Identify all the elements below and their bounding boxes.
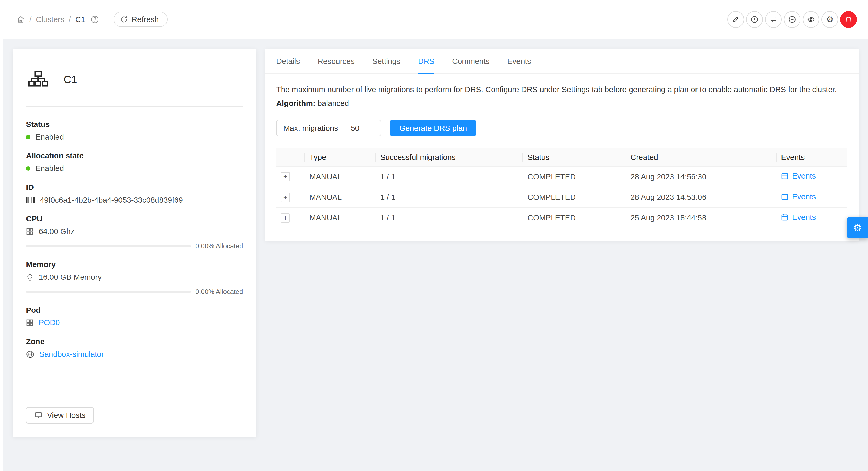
max-migrations-group: Max. migrations — [276, 120, 381, 136]
floating-settings-button[interactable]: ⚙ — [847, 217, 868, 238]
drs-controls: Max. migrations Generate DRS plan — [276, 120, 847, 136]
zone-section: Zone Sandbox-simulator — [26, 337, 243, 359]
drs-algorithm-line: Algorithm: balanced — [276, 99, 847, 108]
pod-label: Pod — [26, 306, 243, 314]
memory-label: Memory — [26, 260, 243, 269]
app-root: / Clusters / C1 Refresh — [0, 0, 868, 471]
calendar-icon — [781, 213, 789, 221]
memory-section: Memory 16.00 GB Memory 0.00% Allocated — [26, 260, 243, 296]
gear-glyph: ⚙ — [853, 223, 862, 233]
max-migrations-input[interactable] — [345, 121, 381, 136]
delete-trash-icon[interactable] — [840, 11, 857, 28]
divider — [26, 106, 243, 107]
allocation-value: Enabled — [35, 164, 64, 173]
divider — [26, 380, 243, 380]
desktop-icon — [34, 411, 42, 419]
row-events-link[interactable]: Events — [781, 213, 816, 222]
refresh-label: Refresh — [132, 15, 159, 24]
rack-outage-icon[interactable] — [765, 11, 782, 28]
events-column-header: Events — [777, 148, 847, 166]
id-section: ID 49f0c6a1-4b2b-4ba4-9053-33c08d839f69 — [26, 183, 243, 204]
tab-details[interactable]: Details — [276, 48, 300, 74]
cpu-progress-bar — [26, 245, 191, 247]
row-events-link[interactable]: Events — [781, 171, 816, 180]
refresh-button[interactable]: Refresh — [114, 12, 168, 27]
resource-info-card: C1 Status Enabled Allocation state Enabl… — [13, 48, 256, 437]
tab-bar: Details Resources Settings DRS Comments … — [265, 48, 859, 74]
status-section: Status Enabled — [26, 120, 243, 141]
minus-circle-icon[interactable] — [784, 11, 801, 28]
gear-icon[interactable]: ⚙ — [822, 11, 838, 28]
exclamation-circle-icon[interactable] — [746, 11, 763, 28]
id-value: 49f0c6a1-4b2b-4ba4-9053-33c08d839f69 — [40, 196, 183, 204]
created-column-header: Created — [626, 148, 777, 166]
bulb-icon — [26, 273, 34, 281]
expand-row-button[interactable]: + — [281, 193, 290, 202]
row-events-label: Events — [792, 213, 816, 222]
memory-progress-bar — [26, 291, 191, 293]
table-row: + MANUAL 1 / 1 COMPLETED 28 Aug 2023 14:… — [276, 166, 847, 187]
status-value: Enabled — [35, 133, 64, 141]
breadcrumb: / Clusters / C1 Refresh — [17, 12, 167, 27]
row-migrations: 1 / 1 — [376, 187, 523, 207]
tab-resources[interactable]: Resources — [318, 48, 355, 74]
refresh-icon — [120, 15, 128, 23]
table-row: + MANUAL 1 / 1 COMPLETED 25 Aug 2023 18:… — [276, 208, 847, 228]
algorithm-label: Algorithm: — [276, 99, 315, 107]
algorithm-value: balanced — [317, 99, 349, 107]
breadcrumb-separator: / — [69, 15, 71, 24]
status-column-header: Status — [523, 148, 626, 166]
header-action-buttons: ⚙ — [727, 11, 857, 28]
breadcrumb-current: C1 — [75, 15, 85, 24]
breadcrumb-separator: / — [29, 15, 31, 24]
drs-panel: The maximum number of live migrations to… — [265, 74, 859, 228]
expand-row-button[interactable]: + — [281, 172, 290, 181]
globe-icon — [26, 350, 34, 358]
row-created: 28 Aug 2023 14:53:06 — [626, 187, 777, 207]
view-hosts-button[interactable]: View Hosts — [26, 407, 94, 424]
zone-link[interactable]: Sandbox-simulator — [39, 350, 104, 359]
zone-label: Zone — [26, 337, 243, 346]
cpu-section: CPU 64.00 Ghz 0.00% Allocated — [26, 214, 243, 250]
row-type: MANUAL — [305, 187, 376, 207]
row-events-label: Events — [792, 171, 816, 180]
migrations-column-header: Successful migrations — [376, 148, 523, 166]
row-created: 28 Aug 2023 14:56:30 — [626, 166, 777, 187]
tab-settings[interactable]: Settings — [372, 48, 400, 74]
row-events-link[interactable]: Events — [781, 192, 816, 201]
row-type: MANUAL — [305, 166, 376, 187]
tab-comments[interactable]: Comments — [452, 48, 490, 74]
breadcrumb-clusters-link[interactable]: Clusters — [36, 15, 64, 24]
type-column-header: Type — [305, 148, 376, 166]
expand-row-button[interactable]: + — [281, 213, 290, 223]
edit-pencil-icon[interactable] — [727, 11, 744, 28]
tab-drs[interactable]: DRS — [418, 48, 434, 74]
row-status: COMPLETED — [523, 187, 626, 207]
eye-slash-icon[interactable] — [803, 11, 819, 28]
row-migrations: 1 / 1 — [376, 166, 523, 187]
generate-drs-plan-button[interactable]: Generate DRS plan — [390, 120, 476, 136]
top-header: / Clusters / C1 Refresh — [3, 0, 868, 39]
pod-grid-icon — [26, 319, 34, 327]
max-migrations-label: Max. migrations — [277, 121, 345, 136]
help-circle-icon[interactable] — [91, 15, 99, 24]
cpu-label: CPU — [26, 214, 243, 223]
collapsed-sidebar — [0, 0, 3, 471]
row-type: MANUAL — [305, 208, 376, 228]
barcode-icon — [26, 196, 35, 204]
row-status: COMPLETED — [523, 208, 626, 228]
row-status: COMPLETED — [523, 166, 626, 187]
detail-card: Details Resources Settings DRS Comments … — [265, 48, 859, 240]
row-created: 25 Aug 2023 18:44:58 — [626, 208, 777, 228]
memory-allocated-text: 0.00% Allocated — [195, 288, 243, 296]
table-row: + MANUAL 1 / 1 COMPLETED 28 Aug 2023 14:… — [276, 187, 847, 207]
calendar-icon — [781, 193, 789, 201]
tab-events[interactable]: Events — [507, 48, 531, 74]
id-label: ID — [26, 183, 243, 192]
pod-link[interactable]: POD0 — [39, 318, 60, 327]
allocation-dot-icon — [26, 166, 30, 171]
memory-value: 16.00 GB Memory — [39, 273, 101, 281]
drs-plans-table: Type Successful migrations Status Create… — [276, 148, 847, 228]
home-icon[interactable] — [17, 15, 25, 24]
allocation-label: Allocation state — [26, 151, 243, 160]
